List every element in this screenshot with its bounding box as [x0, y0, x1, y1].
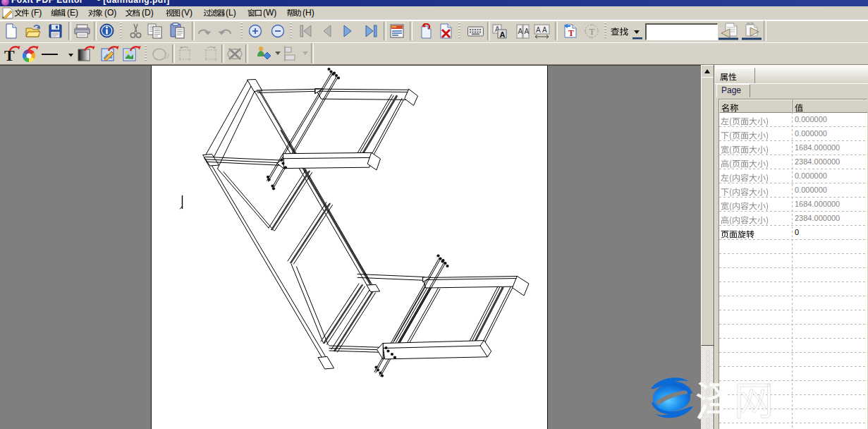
svg-text:A: A — [500, 30, 506, 39]
svg-text:A: A — [525, 28, 530, 35]
svg-text:T: T — [4, 47, 15, 62]
svg-text:A: A — [536, 26, 541, 34]
svg-text:A: A — [542, 26, 547, 34]
svg-text:A: A — [518, 28, 523, 35]
svg-text:T: T — [589, 26, 595, 37]
svg-text:T: T — [568, 28, 574, 38]
